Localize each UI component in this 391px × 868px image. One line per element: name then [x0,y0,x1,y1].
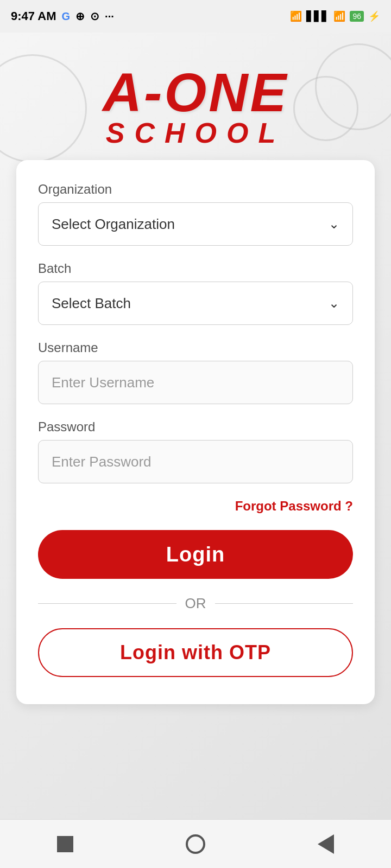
or-divider: OR [38,595,353,612]
batch-label: Batch [38,261,353,276]
nav-recent-apps-button[interactable] [52,831,79,858]
batch-field-group: Batch Select Batch ⌄ [38,261,353,325]
organization-label: Organization [38,182,353,197]
batch-chevron-icon: ⌄ [329,296,339,311]
google-icon: G [62,10,71,23]
charging-icon: ⚡ [368,10,380,22]
logo-area: A-ONE SCHOOL [0,33,391,160]
bottom-nav-bar [0,819,391,868]
batch-dropdown[interactable]: Select Batch ⌄ [38,282,353,325]
status-bar: 9:47 AM G ⊕ ⊙ ··· 📶 ▋▋▋ 📶 96 ⚡ [0,0,391,33]
or-text: OR [185,595,206,612]
or-line-left [38,603,176,604]
password-field-group: Password [38,419,353,483]
username-input[interactable] [38,361,353,404]
logo-aone: A-ONE [0,65,391,119]
organization-dropdown-text: Select Organization [52,216,175,233]
nav-back-button[interactable] [312,831,339,858]
organization-chevron-icon: ⌄ [329,216,339,232]
main-background: A-ONE SCHOOL Organization Select Organiz… [0,33,391,868]
or-line-right [215,603,354,604]
login-form-card: Organization Select Organization ⌄ Batch… [16,160,375,704]
logo-school: SCHOOL [0,117,391,149]
organization-field-group: Organization Select Organization ⌄ [38,182,353,246]
vpn-icon: ⊕ [75,10,85,23]
organization-dropdown[interactable]: Select Organization ⌄ [38,202,353,246]
time-display: 9:47 AM [11,9,56,23]
signal-icon: ▋▋▋ [306,10,329,22]
password-label: Password [38,419,353,435]
wifi-icon: 📶 [333,10,345,22]
otp-login-button[interactable]: Login with OTP [38,628,353,677]
more-icon: ··· [105,10,114,23]
battery-indicator: 96 [350,11,364,22]
status-left: 9:47 AM G ⊕ ⊙ ··· [11,9,114,23]
home-icon [186,834,205,854]
status-right: 📶 ▋▋▋ 📶 96 ⚡ [290,10,380,22]
bluetooth-icon: 📶 [290,10,302,22]
login-button[interactable]: Login [38,530,353,579]
username-field-group: Username [38,340,353,404]
nav-home-button[interactable] [182,831,209,858]
forgot-password-row: Forgot Password ? [38,499,353,514]
password-input[interactable] [38,440,353,483]
batch-dropdown-text: Select Batch [52,295,131,312]
back-icon [318,834,334,854]
username-label: Username [38,340,353,355]
privacy-icon: ⊙ [90,10,99,23]
recent-apps-icon [57,836,73,852]
forgot-password-link[interactable]: Forgot Password ? [235,499,353,513]
